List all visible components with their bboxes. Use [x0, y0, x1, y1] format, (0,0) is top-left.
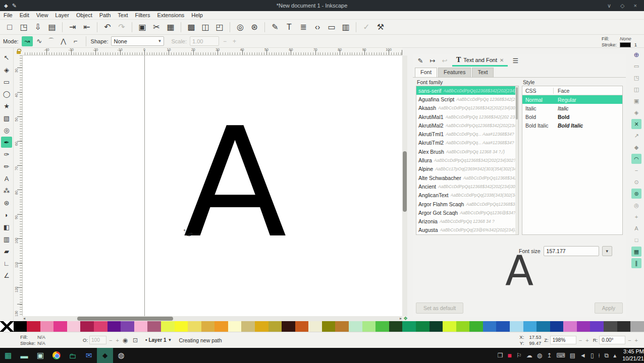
menu-filters[interactable]: Filters	[132, 12, 154, 19]
fill-stroke-dock-icon[interactable]: ✎	[415, 56, 426, 66]
snap-smooth-nodes-button[interactable]: −	[631, 165, 641, 175]
layer-visibility-icon[interactable]: ◉	[120, 335, 130, 345]
snap-bbox-edge-midpoints-button[interactable]: ▣	[631, 96, 641, 106]
mode-straight-lines-button[interactable]: ⋀	[58, 36, 69, 46]
color-swatch[interactable]	[147, 321, 161, 332]
style-item-bold-italic[interactable]: Bold ItalicBold Italic	[522, 121, 622, 130]
color-swatch[interactable]	[214, 321, 228, 332]
color-swatch[interactable]	[241, 321, 255, 332]
snap-grid-button[interactable]: ▦	[631, 247, 641, 257]
snap-line-midpoints-button[interactable]: ⊙	[631, 177, 641, 187]
menu-object[interactable]: Object	[73, 12, 96, 19]
save-document-button[interactable]: ⇩	[31, 21, 44, 34]
pen-bezier-tool[interactable]: ✒	[1, 137, 12, 148]
open-document-button[interactable]: ◳	[17, 21, 30, 34]
undo-history-dock-icon[interactable]: ↩	[439, 56, 450, 66]
menu-text[interactable]: Text	[114, 12, 131, 19]
color-swatch[interactable]	[121, 321, 134, 332]
stroke-value[interactable]: N/A	[37, 340, 58, 346]
font-item-alte-schwabacher[interactable]: Alte SchwabacherAaBbCcDdPpQq12368$342(20…	[416, 173, 518, 182]
clean-document-button[interactable]: ⊛	[248, 21, 261, 34]
onedrive-tray-icon[interactable]: ☁	[526, 352, 532, 359]
font-item-anglicantext[interactable]: AnglicanTextAaBbCcDdPpQq(2338(343(302(34…	[416, 191, 518, 200]
color-swatch[interactable]	[269, 321, 282, 332]
snap-path-intersections-button[interactable]: ◆	[631, 142, 641, 152]
layer-selector[interactable]: • Layer 1 ▼	[145, 337, 172, 343]
node-tool[interactable]: ◈	[1, 64, 12, 75]
new-document-button[interactable]: □	[3, 21, 16, 34]
color-swatch[interactable]	[456, 321, 470, 332]
terminal-app[interactable]: ▣	[32, 348, 48, 363]
window-tray-icon[interactable]: ❐	[498, 352, 503, 359]
apply-button[interactable]: Apply	[595, 302, 623, 314]
spiral-tool[interactable]: ◎	[1, 125, 12, 136]
ruler-corner[interactable]	[14, 48, 23, 55]
scale-input[interactable]: 1.00	[190, 36, 219, 46]
font-list-scrollbar-thumb[interactable]	[516, 87, 518, 119]
color-swatch[interactable]	[389, 321, 403, 332]
snap-path-button[interactable]: ↗	[631, 131, 641, 141]
font-item-alex-brush[interactable]: Alex BrushAaBbCcDdPpQq 12368 34 ?,/)	[416, 147, 518, 156]
document-properties-button[interactable]: ▭	[325, 21, 338, 34]
color-swatch[interactable]	[80, 321, 94, 332]
align-distribute-button[interactable]: ▥	[339, 21, 352, 34]
layer-lock-icon[interactable]: ⊡	[130, 335, 140, 345]
fill-value[interactable]: N/A	[37, 334, 58, 340]
horizontal-scrollbar-thumb[interactable]	[77, 317, 173, 321]
color-swatch[interactable]	[483, 321, 497, 332]
font-item-argor-got-scaqh[interactable]: Argor Got ScaqhAaBbCcDdPpQq1236@$34?	[416, 208, 518, 217]
font-list-scrollbar[interactable]	[515, 86, 518, 234]
menu-view[interactable]: View	[33, 12, 52, 19]
calligraphy-tool[interactable]: ✑	[1, 149, 12, 160]
snap-bbox-centers-button[interactable]: ◈	[631, 107, 641, 117]
style-item-italic[interactable]: ItalicItalic	[522, 104, 622, 112]
tweak-tool[interactable]: ⊛	[1, 197, 12, 208]
color-swatch[interactable]	[14, 321, 27, 332]
mode-bezier-button[interactable]: ↝	[22, 36, 33, 46]
mode-spiro-button[interactable]: ∿	[34, 36, 45, 46]
color-swatch[interactable]	[402, 321, 416, 332]
fill-stroke-dialog-button[interactable]: ✎	[269, 21, 282, 34]
horizontal-scrollbar[interactable]: ◂ ▸	[23, 316, 402, 321]
text-tool[interactable]: A	[1, 173, 12, 184]
zoom-increase-button[interactable]: +	[584, 337, 589, 343]
mail-app[interactable]: ✉	[81, 348, 97, 363]
color-swatch[interactable]	[53, 321, 67, 332]
menu-edit[interactable]: Edit	[16, 12, 33, 19]
color-swatch[interactable]	[255, 321, 269, 332]
close-icon[interactable]: ✕	[500, 57, 504, 63]
snap-guide-button[interactable]: ∥	[631, 258, 641, 268]
color-swatch[interactable]	[617, 321, 631, 332]
selector-tool[interactable]: ↖	[1, 52, 12, 63]
scroll-right-arrow[interactable]: ▸	[400, 316, 402, 321]
font-item-ancient[interactable]: AncientAaBbCcDdPpQq12368$342(202(234)302…	[416, 182, 518, 191]
spellcheck-button[interactable]: ✓	[360, 21, 373, 34]
scale-decrease-button[interactable]: −	[221, 38, 229, 45]
copy-button[interactable]: ▣	[136, 21, 149, 34]
maximize-button[interactable]: ◇	[620, 3, 624, 9]
import-button[interactable]: ⇥	[66, 21, 79, 34]
layers-dialog-button[interactable]: ≣	[297, 21, 310, 34]
vertical-scrollbar[interactable]	[402, 55, 407, 316]
volume-tray-icon[interactable]: ◄	[580, 352, 586, 359]
snap-nodes-button[interactable]: ✕	[631, 119, 641, 129]
color-swatch[interactable]	[590, 321, 604, 332]
snap-others-button[interactable]: ⊛	[631, 189, 641, 199]
font-item-akrutitml1[interactable]: AkrutiTml1AaBbCcDdPpQq... Aaa#12368$34?	[416, 130, 518, 138]
xml-editor-button[interactable]: ‹›	[311, 21, 324, 34]
color-swatch[interactable]	[108, 321, 121, 332]
color-swatch[interactable]	[496, 321, 510, 332]
export-dock-icon[interactable]: ↦	[427, 56, 438, 66]
stroke-color-swatch[interactable]	[620, 42, 631, 47]
color-swatch[interactable]	[188, 321, 201, 332]
color-swatch[interactable]	[94, 321, 108, 332]
color-swatch[interactable]	[443, 321, 456, 332]
tab-features[interactable]: Features	[438, 68, 471, 77]
font-item-sans-serif[interactable]: sans-serifAaBbCcDdPpQq12368$342(202(234)…	[416, 86, 518, 95]
scale-increase-button[interactable]: +	[231, 38, 238, 45]
connector-tool[interactable]: ∟	[1, 258, 12, 269]
color-swatch[interactable]	[550, 321, 564, 332]
snap-rotation-centers-button[interactable]: +	[631, 212, 641, 222]
color-swatch[interactable]	[563, 321, 577, 332]
snap-bbox-button[interactable]: ▭	[631, 61, 641, 71]
